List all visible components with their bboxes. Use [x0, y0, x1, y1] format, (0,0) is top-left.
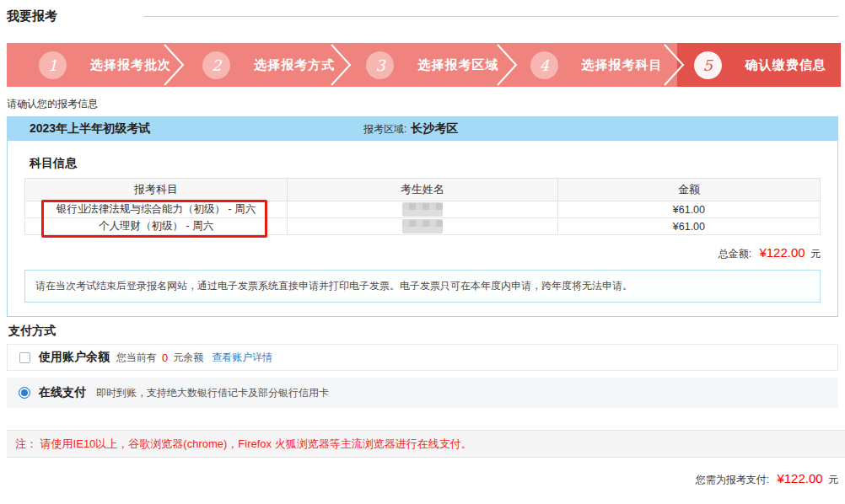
- masked-candidate-name: [402, 202, 443, 217]
- step-select-method[interactable]: 2 选择报考方式: [186, 43, 349, 87]
- subject-table: 报考科目 考生姓名 金额 银行业法律法规与综合能力（初级） - 周六 ¥61.0…: [24, 178, 821, 235]
- balance-option-label: 使用账户余额: [39, 350, 110, 365]
- masked-candidate-name: [402, 219, 443, 233]
- table-row: 银行业法律法规与综合能力（初级） - 周六 ¥61.00: [25, 201, 821, 218]
- total-unit: 元: [810, 248, 821, 260]
- step-label: 选择报考批次: [90, 57, 171, 73]
- total-amount: ¥122.00: [759, 245, 805, 260]
- candidate-name-cell: [288, 218, 558, 235]
- balance-checkbox[interactable]: [19, 352, 30, 363]
- browser-compatibility-note: 注： 请使用IE10以上，谷歌浏览器(chrome)，Firefox 火狐浏览器…: [7, 430, 845, 458]
- candidate-name-cell: [288, 201, 558, 218]
- divider: [143, 16, 838, 17]
- payment-due-amount: ¥122.00: [777, 471, 822, 485]
- exam-region-label: 报考区域:: [363, 122, 406, 137]
- amount-cell: ¥61.00: [557, 201, 820, 218]
- table-row: 个人理财（初级） - 周六 ¥61.00: [25, 218, 821, 235]
- step-label: 选择报考区域: [417, 57, 498, 73]
- page-title: 我要报考: [7, 8, 57, 24]
- step-label: 选择报考方式: [254, 57, 335, 73]
- online-option-label: 在线支付: [39, 385, 86, 400]
- online-radio[interactable]: [19, 387, 30, 399]
- online-payment-option[interactable]: 在线支付 即时到账，支持绝大数银行借记卡及部分银行信用卡: [7, 378, 838, 408]
- col-header-subject: 报考科目: [25, 179, 288, 201]
- total-amount-line: 总金额: ¥122.00 元: [8, 245, 821, 261]
- page-header: 我要报考: [0, 0, 845, 24]
- total-label: 总金额:: [719, 248, 751, 260]
- col-header-amount: 金额: [557, 179, 820, 201]
- table-header-row: 报考科目 考生姓名 金额: [25, 179, 821, 201]
- balance-prefix: 您当前有: [116, 351, 157, 365]
- balance-value: 0: [162, 351, 168, 364]
- step-number-badge: 5: [694, 51, 722, 79]
- step-select-region[interactable]: 3 选择报考区域: [349, 43, 513, 87]
- step-number-badge: 1: [39, 51, 67, 79]
- subject-cell: 个人理财（初级） - 周六: [25, 218, 288, 235]
- invoice-note: 请在当次考试结束后登录报名网站，通过电子发票系统直接申请并打印电子发票。电子发票…: [24, 270, 821, 303]
- subject-cell: 银行业法律法规与综合能力（初级） - 周六: [25, 201, 288, 218]
- payment-due-label: 您需为报考支付:: [696, 474, 769, 485]
- step-confirm-payment[interactable]: 5 确认缴费信息: [677, 43, 841, 87]
- step-label: 确认缴费信息: [745, 57, 826, 73]
- exam-title: 2023年上半年初级考试: [30, 121, 150, 137]
- payment-due-line: 您需为报考支付: ¥122.00 元: [0, 471, 838, 487]
- confirm-info-hint: 请确认您的报考信息: [7, 97, 845, 111]
- exam-info-panel: 2023年上半年初级考试 报考区域: 长沙考区 科目信息 报考科目 考生姓名 金…: [7, 116, 838, 317]
- balance-payment-option[interactable]: 使用账户余额 您当前有 0 元余额 查看账户详情: [7, 344, 838, 371]
- step-number-badge: 3: [366, 51, 394, 79]
- step-number-badge: 2: [202, 51, 230, 79]
- amount-cell: ¥61.00: [557, 218, 820, 235]
- subject-table-wrap: 报考科目 考生姓名 金额 银行业法律法规与综合能力（初级） - 周六 ¥61.0…: [24, 178, 821, 235]
- step-wizard-bar: 1 选择报考批次 2 选择报考方式 3 选择报考区域 4 选择报考科目 5 确认…: [7, 43, 841, 87]
- step-select-subject[interactable]: 4 选择报考科目: [514, 43, 677, 87]
- online-option-desc: 即时到账，支持绝大数银行借记卡及部分银行信用卡: [96, 386, 329, 400]
- exam-region-value: 长沙考区: [411, 121, 458, 137]
- payment-section-title: 支付方式: [8, 324, 845, 339]
- step-label: 选择报考科目: [582, 57, 663, 73]
- balance-suffix: 元余额: [173, 351, 203, 365]
- step-select-batch[interactable]: 1 选择报考批次: [7, 43, 186, 87]
- subject-section-title: 科目信息: [30, 156, 837, 171]
- exam-region: 报考区域: 长沙考区: [363, 117, 458, 141]
- exam-panel-header: 2023年上半年初级考试 报考区域: 长沙考区: [8, 117, 837, 141]
- step-number-badge: 4: [530, 51, 558, 79]
- payment-due-unit: 元: [828, 474, 838, 485]
- view-account-link[interactable]: 查看账户详情: [212, 351, 272, 365]
- col-header-candidate: 考生姓名: [288, 179, 558, 201]
